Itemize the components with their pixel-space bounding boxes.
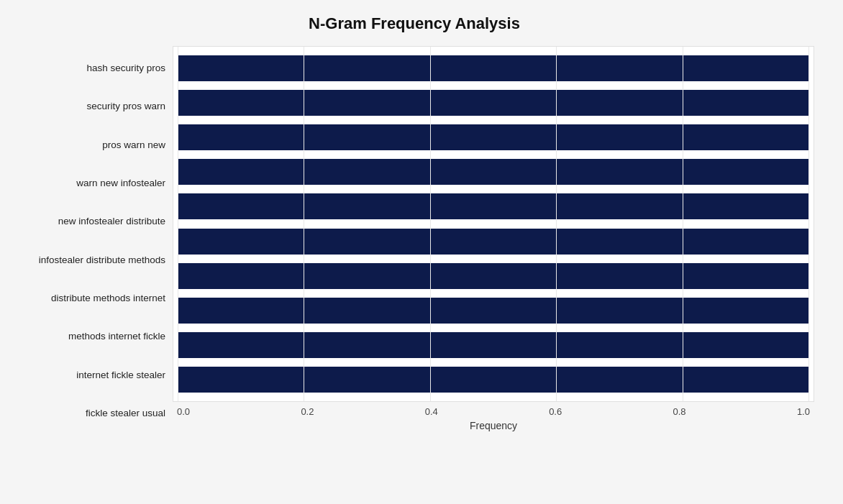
bar (178, 263, 809, 289)
y-label: pros warn new (14, 126, 165, 164)
x-tick: 0.2 (301, 406, 314, 417)
chart-container: N-Gram Frequency Analysis hash security … (0, 0, 843, 504)
bar (178, 159, 809, 185)
x-tick: 1.0 (797, 406, 810, 417)
x-ticks: 0.00.20.40.60.81.0 (173, 406, 814, 417)
x-tick: 0.0 (177, 406, 190, 417)
bar (178, 90, 809, 116)
x-tick: 0.4 (425, 406, 438, 417)
x-axis: 0.00.20.40.60.81.0 Frequency (173, 406, 814, 435)
bars-panel (173, 46, 814, 402)
bar (178, 298, 809, 324)
y-label: warn new infostealer (14, 164, 165, 202)
y-label: infostealer distribute methods (14, 240, 165, 278)
y-label: distribute methods internet (14, 279, 165, 317)
bar (178, 124, 809, 150)
bar-row (173, 328, 814, 362)
y-label: new infostealer distribute (14, 202, 165, 240)
bar (178, 332, 809, 358)
bar-row (173, 189, 814, 224)
x-axis-label: Frequency (173, 420, 814, 431)
y-label: fickle stealer usual (14, 394, 165, 432)
x-tick: 0.6 (549, 406, 562, 417)
bar (178, 55, 809, 81)
chart-area: hash security prossecurity pros warnpros… (14, 46, 814, 435)
bar (178, 229, 809, 255)
bar-row (173, 155, 814, 189)
chart-title: N-Gram Frequency Analysis (14, 14, 814, 33)
bar-row (173, 86, 814, 120)
x-tick: 0.8 (673, 406, 686, 417)
bar-row (173, 51, 814, 86)
bar-row (173, 259, 814, 293)
bar-row (173, 224, 814, 259)
y-label: hash security pros (14, 49, 165, 87)
bars-and-xaxis: 0.00.20.40.60.81.0 Frequency (173, 46, 814, 435)
bar-row (173, 293, 814, 328)
y-axis: hash security prossecurity pros warnpros… (14, 46, 173, 435)
bar (178, 193, 809, 219)
y-label: internet fickle stealer (14, 355, 165, 393)
y-label: methods internet fickle (14, 317, 165, 355)
bar-row (173, 362, 814, 397)
y-label: security pros warn (14, 87, 165, 125)
bar-row (173, 120, 814, 155)
bar (178, 367, 809, 393)
